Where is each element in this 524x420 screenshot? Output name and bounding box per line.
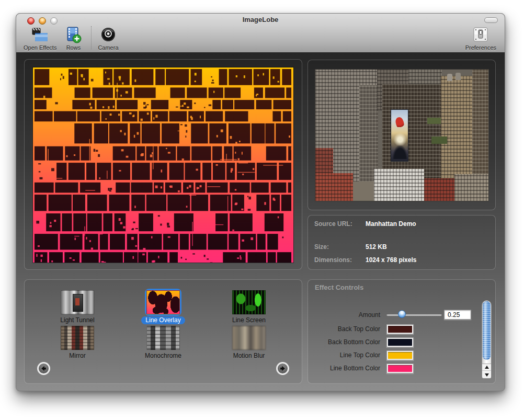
size-value: 512 KB (366, 243, 387, 251)
film-rows-icon (64, 26, 83, 44)
effect-item-mirror[interactable]: Mirror (41, 324, 114, 359)
light-tunnel-thumbnail (61, 290, 94, 314)
effect-label: Motion Blur (229, 352, 269, 360)
preview-panel (24, 59, 302, 270)
controls-scrollbar[interactable] (482, 300, 492, 379)
effect-item-line-overlay[interactable]: Line Overlay (127, 289, 200, 323)
effect-label: Light Tunnel (56, 316, 98, 324)
preferences-label: Preferences (465, 44, 496, 51)
toolbar-toggle-button[interactable] (484, 17, 498, 23)
processed-image (32, 67, 294, 263)
source-url-label: Source URL: (314, 220, 362, 228)
effect-label: Monochrome (141, 352, 186, 360)
rows-button[interactable]: Rows (64, 26, 83, 51)
effect-item-monochrome[interactable]: Monochrome (127, 324, 200, 359)
effect-label: Line Screen (228, 316, 270, 324)
mirror-thumbnail (61, 326, 94, 350)
scrollbar-thumb[interactable] (483, 301, 491, 360)
arrow-left-icon (40, 365, 48, 372)
dimensions-label: Dimensions: (314, 256, 362, 264)
back-top-color-label: Back Top Color (308, 325, 380, 333)
back-top-color-well[interactable] (386, 324, 414, 334)
effects-browser-panel: Light Tunnel Line Overlay Line Screen Mi… (24, 279, 302, 384)
back-bottom-color-well[interactable] (386, 337, 414, 347)
line-screen-thumbnail (232, 290, 266, 314)
line-bottom-color-label: Line Bottom Color (308, 365, 380, 372)
window-title: ImageLobe (16, 16, 505, 24)
effect-label: Mirror (65, 352, 89, 360)
source-info-panel: Source URL: Manhattan Demo Size: 512 KB … (307, 215, 496, 270)
line-bottom-color-well[interactable] (386, 364, 414, 373)
effect-item-light-tunnel[interactable]: Light Tunnel (41, 289, 114, 323)
effect-label: Line Overlay (141, 316, 185, 324)
source-url-value: Manhattan Demo (366, 220, 416, 228)
camera-button[interactable]: Camera (98, 26, 118, 51)
next-effects-button[interactable] (276, 362, 289, 375)
back-bottom-color-label: Back Bottom Color (308, 338, 380, 346)
source-panel (307, 60, 496, 210)
camera-label: Camera (98, 44, 118, 51)
open-effects-label: Open Effects (24, 44, 56, 51)
amount-slider-knob[interactable] (398, 310, 406, 318)
line-top-color-label: Line Top Color (308, 351, 380, 359)
app-window: ImageLobe Open Effects (16, 13, 505, 391)
motion-blur-thumbnail (232, 326, 266, 350)
scroll-up-button[interactable] (482, 364, 491, 371)
toolbar-separator (91, 26, 92, 49)
open-effects-button[interactable]: Open Effects (24, 26, 56, 51)
dimensions-value: 1024 x 768 pixels (366, 256, 416, 264)
effect-item-line-screen[interactable]: Line Screen (212, 289, 286, 323)
preferences-switch-icon (471, 26, 490, 44)
spiderman-billboard (391, 109, 408, 162)
line-top-color-well[interactable] (386, 350, 414, 360)
monochrome-thumbnail (146, 326, 180, 350)
line-overlay-thumbnail (146, 290, 180, 314)
effects-folder-icon (31, 26, 50, 44)
rows-label: Rows (66, 44, 81, 51)
amount-value-field[interactable] (444, 310, 471, 320)
source-image (315, 69, 489, 201)
arrow-right-icon (279, 365, 287, 372)
effect-controls-panel: Effect Controls Amount Back Top Color Ba… (307, 279, 496, 384)
effect-controls-title: Effect Controls (315, 283, 363, 291)
camera-icon (99, 26, 118, 44)
toolbar: Open Effects (24, 26, 497, 52)
size-label: Size: (314, 243, 362, 251)
previous-effects-button[interactable] (37, 362, 50, 375)
amount-slider[interactable] (386, 313, 442, 316)
window-header: ImageLobe Open Effects (16, 14, 505, 53)
amount-label: Amount (308, 311, 380, 319)
scroll-down-button[interactable] (482, 371, 491, 378)
effect-item-motion-blur[interactable]: Motion Blur (212, 324, 286, 359)
preferences-button[interactable]: Preferences (465, 26, 496, 51)
content-area: Source URL: Manhattan Demo Size: 512 KB … (16, 53, 505, 391)
